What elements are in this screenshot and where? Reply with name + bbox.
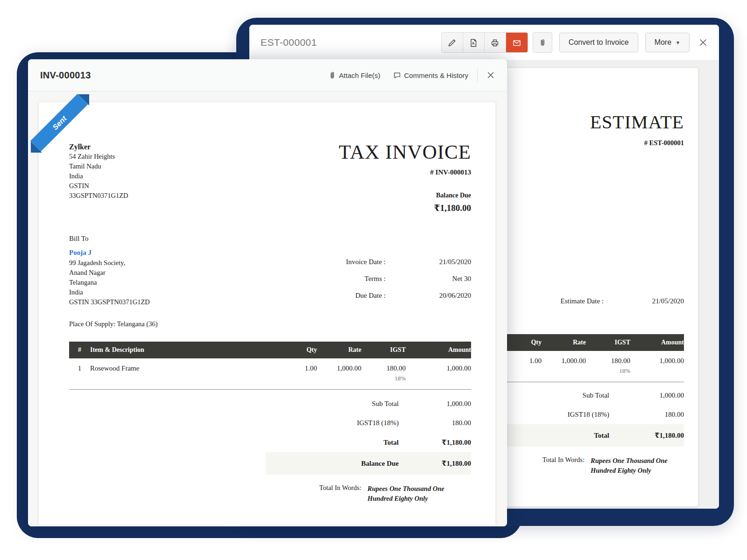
col-igst: IGST: [361, 346, 406, 354]
cell-num: 1: [69, 364, 90, 372]
attachments-button[interactable]: [533, 32, 552, 53]
col-qty: Qty: [275, 346, 317, 354]
header-divider: [477, 69, 478, 82]
comments-history-label: Comments & History: [404, 71, 468, 79]
envelope-icon: [512, 38, 521, 48]
pdf-file-icon: [469, 38, 478, 48]
estimate-title: EST-000001: [261, 37, 441, 48]
balance-due-row: Balance Due ₹1,180.00: [266, 452, 471, 475]
place-of-supply: Place Of Supply: Telangana (36): [69, 320, 471, 328]
cell-igst: 180.00 18%: [361, 364, 406, 382]
col-igst: IGST: [586, 339, 630, 346]
paperclip-icon: [328, 71, 336, 79]
cell-qty: 1.00: [275, 364, 317, 372]
total-in-words-row: Total In Words: Rupees One Thousand One …: [266, 484, 471, 504]
convert-to-invoice-button[interactable]: Convert to Invoice: [559, 33, 638, 52]
col-rate: Rate: [317, 346, 361, 354]
bill-to-block: Bill To Pooja J 99 Jagadesh Society, Ana…: [69, 234, 150, 308]
invoice-meta-block: TAX INVOICE # INV-000013 Balance Due ₹1,…: [339, 142, 471, 213]
more-label: More: [655, 38, 671, 47]
col-amount: Amount: [630, 339, 684, 346]
pdf-button[interactable]: [463, 33, 485, 53]
cell-igst: 180.00 18%: [586, 357, 630, 375]
chevron-down-icon: ▼: [676, 40, 680, 45]
estimate-date-value: 21/05/2020: [604, 297, 684, 305]
cell-desc: Rosewood Frame: [90, 364, 275, 372]
customer-link[interactable]: Pooja J: [69, 248, 92, 258]
estimate-close-button[interactable]: [698, 38, 708, 47]
invoice-doc-title: TAX INVOICE: [339, 142, 471, 162]
pencil-icon: [447, 38, 457, 48]
close-icon: [698, 38, 708, 47]
table-divider: [69, 389, 471, 390]
stage: EST-000001: [0, 0, 747, 560]
cell-rate: 1,000.00: [542, 357, 586, 365]
convert-to-invoice-label: Convert to Invoice: [569, 38, 629, 47]
subtotal-row: Sub Total 1,000.00: [266, 394, 471, 413]
invoice-date-row: Invoice Date : 21/05/2020: [275, 258, 471, 266]
col-rate: Rate: [542, 339, 586, 346]
attach-files-link[interactable]: Attach File(s): [328, 71, 380, 79]
terms-row: Terms : Net 30: [275, 275, 471, 283]
invoice-content-area: Sent Zylker 54 Zahir Heights Tamil Nadu …: [28, 91, 507, 526]
invoice-dates-block: Invoice Date : 21/05/2020 Terms : Net 30…: [275, 258, 471, 308]
cell-igst-pct: 18%: [586, 367, 630, 375]
invoice-title: INV-000013: [40, 70, 328, 81]
more-button[interactable]: More ▼: [645, 33, 690, 52]
invoice-items-table: # Item & Description Qty Rate IGST Amoun…: [69, 342, 471, 390]
igst-row: IGST18 (18%) 180.00: [266, 413, 471, 433]
balance-due-value: ₹1,180.00: [339, 203, 471, 213]
paperclip-icon: [538, 38, 547, 47]
invoice-close-button[interactable]: [486, 71, 495, 79]
attach-files-label: Attach File(s): [339, 71, 380, 79]
bill-row: Bill To Pooja J 99 Jagadesh Society, Ana…: [69, 234, 471, 308]
col-amount: Amount: [406, 346, 471, 354]
cell-igst-pct: 18%: [361, 375, 406, 382]
invoice-top-row: Zylker 54 Zahir Heights Tamil Nadu India…: [69, 142, 471, 213]
email-button[interactable]: [506, 33, 528, 53]
invoice-document: Sent Zylker 54 Zahir Heights Tamil Nadu …: [38, 102, 496, 526]
estimate-action-group: [441, 32, 528, 53]
invoice-totals: Sub Total 1,000.00 IGST18 (18%) 180.00 T…: [266, 394, 471, 504]
estimate-date-label: Estimate Date :: [561, 297, 604, 305]
invoice-window: INV-000013 Attach File(s) Comments & His…: [28, 59, 507, 526]
cell-rate: 1,000.00: [317, 364, 361, 372]
col-num: #: [69, 346, 90, 354]
printer-icon: [490, 38, 500, 48]
bill-to-label: Bill To: [69, 234, 150, 244]
due-date-row: Due Date : 20/06/2020: [275, 292, 471, 300]
col-desc: Item & Description: [90, 346, 275, 354]
balance-due-label: Balance Due: [339, 192, 471, 199]
total-row: Total ₹1,180.00: [266, 433, 471, 452]
invoice-doc-number: # INV-000013: [339, 168, 471, 176]
cell-amount: 1,000.00: [406, 364, 471, 372]
col-qty: Qty: [507, 339, 542, 346]
sent-ribbon: Sent: [29, 93, 127, 191]
estimate-toolbar: EST-000001: [249, 25, 719, 61]
edit-button[interactable]: [442, 33, 463, 53]
comments-history-link[interactable]: Comments & History: [393, 71, 468, 79]
close-icon: [486, 71, 495, 79]
invoice-table-row: 1 Rosewood Frame 1.00 1,000.00 180.00 18…: [69, 358, 471, 382]
cell-qty: 1.00: [507, 357, 542, 365]
invoice-header: INV-000013 Attach File(s) Comments & His…: [28, 59, 507, 91]
invoice-table-header: # Item & Description Qty Rate IGST Amoun…: [69, 342, 471, 358]
cell-amount: 1,000.00: [630, 357, 684, 365]
comment-icon: [393, 71, 401, 79]
print-button[interactable]: [485, 33, 506, 53]
